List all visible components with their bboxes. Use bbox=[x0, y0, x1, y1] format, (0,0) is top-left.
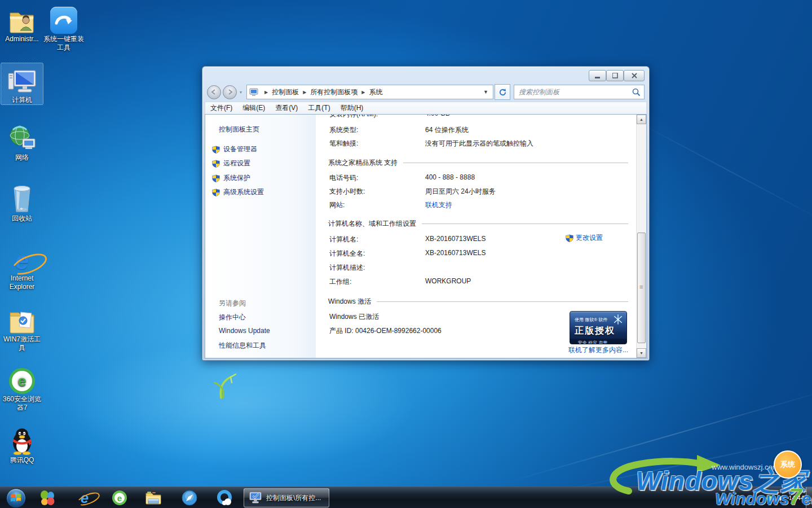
info-row-website: 网站: 联机支持 bbox=[329, 200, 629, 209]
system-reinstall-icon bbox=[43, 5, 85, 34]
folder-icon bbox=[145, 491, 161, 505]
start-button[interactable] bbox=[3, 487, 28, 508]
tray-network-icon[interactable] bbox=[777, 494, 784, 501]
menu-file[interactable]: 文件(F) bbox=[205, 103, 237, 113]
row-value: XB-20160713WELS bbox=[425, 235, 486, 243]
window-body: 控制面板主页 设备管理器 远程设置 系统保护 高级系统设置 另请参阅 操作中心 … bbox=[205, 114, 647, 358]
menu-tools[interactable]: 工具(T) bbox=[303, 103, 335, 113]
breadcrumb-control-panel[interactable]: 控制面板 bbox=[272, 87, 299, 97]
desktop-icon-administrator[interactable]: Administr... bbox=[1, 5, 43, 43]
row-label: 支持小时数: bbox=[329, 187, 365, 195]
learn-more-online-link[interactable]: 联机了解更多内容... bbox=[568, 345, 628, 355]
desktop-icon-recycle-bin[interactable]: 回收站 bbox=[1, 184, 43, 223]
taskbar-icon-internet-explorer[interactable]: e bbox=[72, 487, 97, 508]
sidebar-item-advanced-settings[interactable]: 高级系统设置 bbox=[212, 187, 264, 197]
desktop-icon-win7-activator[interactable]: WIN7激活工具 bbox=[1, 305, 43, 352]
row-label: 系统类型: bbox=[329, 126, 358, 134]
row-value: XB-20160713WELS bbox=[425, 249, 486, 257]
menu-help[interactable]: 帮助(H) bbox=[336, 103, 369, 113]
desktop-icon-tencent-qq[interactable]: 腾讯QQ bbox=[1, 426, 43, 465]
compass-icon bbox=[182, 490, 197, 506]
sidebar-item-action-center[interactable]: 操作中心 bbox=[219, 313, 246, 322]
scroll-up-button[interactable]: ▲ bbox=[637, 115, 646, 124]
search-placeholder: 搜索控制面板 bbox=[514, 87, 632, 97]
minimize-button[interactable] bbox=[589, 70, 606, 81]
desktop-icon-computer[interactable]: 计算机 bbox=[1, 63, 43, 104]
computer-icon bbox=[1, 65, 43, 95]
info-row-system-type: 系统类型: 64 位操作系统 bbox=[329, 125, 629, 134]
row-value: 周日至周六 24小时服务 bbox=[425, 187, 496, 196]
menu-edit[interactable]: 编辑(E) bbox=[237, 103, 270, 113]
search-input[interactable]: 搜索控制面板 bbox=[514, 85, 645, 99]
sidebar-item-control-panel-home[interactable]: 控制面板主页 bbox=[219, 125, 259, 134]
vertical-scrollbar[interactable]: ▲ ▼ bbox=[636, 115, 646, 358]
uac-shield-icon bbox=[212, 160, 220, 168]
desktop-icon-label: 系统一键重装工具 bbox=[43, 35, 85, 52]
sidebar-item-label: 控制面板主页 bbox=[219, 125, 259, 134]
light-streak bbox=[623, 114, 812, 226]
address-dropdown-icon[interactable]: ▼ bbox=[481, 89, 491, 95]
row-label: 计算机全名: bbox=[329, 249, 365, 257]
taskbar-icon-360-browser[interactable]: e bbox=[107, 487, 132, 508]
row-value: 400 - 888 - 8888 bbox=[425, 173, 475, 181]
sidebar-item-device-manager[interactable]: 设备管理器 bbox=[212, 144, 257, 154]
desktop-icon-label: 腾讯QQ bbox=[1, 456, 43, 465]
sidebar-item-label: Windows Update bbox=[219, 327, 270, 335]
back-button[interactable] bbox=[207, 85, 221, 99]
refresh-button[interactable] bbox=[495, 84, 510, 100]
breadcrumb-system[interactable]: 系统 bbox=[369, 87, 382, 97]
menu-view[interactable]: 查看(V) bbox=[270, 103, 303, 113]
360-browser-icon: e bbox=[112, 491, 127, 505]
light-streak bbox=[503, 387, 812, 484]
taskbar-clock[interactable]: 14:44 bbox=[788, 494, 804, 501]
badge-line3: 安全 稳定 声誉 bbox=[570, 339, 626, 344]
desktop-icon-internet-explorer[interactable]: e Internet Explorer bbox=[1, 244, 43, 291]
internet-explorer-icon: e bbox=[1, 244, 43, 273]
info-row-description: 计算机描述: bbox=[329, 263, 629, 272]
desktop-icon-label: 计算机 bbox=[1, 96, 43, 104]
badge-line2: 正版授权 bbox=[570, 325, 626, 337]
search-icon[interactable] bbox=[632, 88, 641, 97]
online-support-link[interactable]: 联机支持 bbox=[425, 200, 452, 210]
section-support: 系统之家精品系统 支持 bbox=[328, 158, 628, 168]
taskbar-icon-compass-browser[interactable] bbox=[177, 487, 202, 508]
row-label: 工作组: bbox=[329, 278, 351, 286]
close-button[interactable] bbox=[624, 70, 645, 81]
desktop-icon-360-browser[interactable]: e 360安全浏览器7 bbox=[1, 365, 43, 412]
desktop-icon-label: Internet Explorer bbox=[1, 274, 43, 291]
sidebar-item-windows-update[interactable]: Windows Update bbox=[219, 327, 270, 335]
taskbar-icon-explorer[interactable] bbox=[141, 487, 166, 508]
desktop-icon-label: 回收站 bbox=[1, 214, 43, 223]
control-panel-task-icon bbox=[249, 492, 262, 504]
360-browser-icon: e bbox=[1, 365, 43, 394]
address-bar[interactable]: ▶ 控制面板 ▶ 所有控制面板项 ▶ 系统 ▼ bbox=[246, 85, 493, 99]
recent-pages-dropdown-icon[interactable]: ▾ bbox=[240, 90, 242, 95]
row-label: 计算机名: bbox=[329, 235, 358, 243]
desktop-icon-network[interactable]: 网络 bbox=[1, 123, 43, 162]
qq-penguin-icon bbox=[1, 426, 43, 455]
taskbar-icon-qq-browser[interactable] bbox=[212, 487, 237, 508]
menu-bar: 文件(F) 编辑(E) 查看(V) 工具(T) 帮助(H) bbox=[205, 102, 647, 115]
forward-button[interactable] bbox=[223, 85, 237, 99]
activation-status: Windows 已激活 bbox=[329, 313, 379, 321]
maximize-button[interactable] bbox=[606, 70, 624, 81]
tray-security-icon[interactable] bbox=[766, 494, 773, 501]
breadcrumb-all-items[interactable]: 所有控制面板项 bbox=[310, 87, 358, 97]
show-hidden-icons-button[interactable]: ▲ bbox=[757, 495, 762, 501]
scrollbar-thumb[interactable] bbox=[637, 233, 646, 343]
taskbar-icon-software-manager[interactable] bbox=[35, 487, 60, 508]
sidebar-item-system-protection[interactable]: 系统保护 bbox=[212, 173, 250, 183]
taskbar-active-window-button[interactable]: 控制面板\所有控... bbox=[244, 488, 329, 507]
change-settings-link[interactable]: 更改设置 bbox=[566, 233, 603, 243]
row-value: WORKGROUP bbox=[425, 277, 471, 285]
sidebar-item-remote-settings[interactable]: 远程设置 bbox=[212, 159, 250, 168]
row-value: 4.00 GB bbox=[425, 115, 450, 117]
show-desktop-button[interactable] bbox=[806, 487, 812, 508]
desktop-icon-reinstall-tool[interactable]: 系统一键重装工具 bbox=[43, 5, 85, 52]
active-task-label: 控制面板\所有控... bbox=[266, 493, 321, 503]
sidebar: 控制面板主页 设备管理器 远程设置 系统保护 高级系统设置 另请参阅 操作中心 … bbox=[205, 115, 316, 358]
desktop-icon-label: Administr... bbox=[1, 35, 43, 43]
sidebar-item-performance-tools[interactable]: 性能信息和工具 bbox=[219, 341, 266, 351]
scroll-down-button[interactable]: ▼ bbox=[637, 348, 646, 358]
navigation-bar: ▾ ▶ 控制面板 ▶ 所有控制面板项 ▶ 系统 ▼ 搜索控制面板 bbox=[207, 85, 645, 99]
